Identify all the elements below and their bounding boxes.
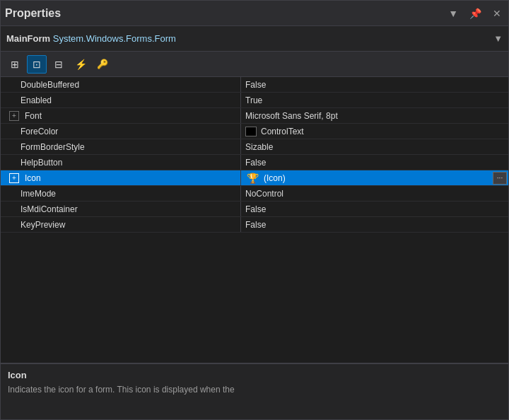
property-pages-button[interactable]: ⊟ — [49, 55, 69, 74]
object-dropdown-arrow[interactable]: ▼ — [493, 33, 503, 44]
properties-toolbar: ⊞ ⊡ ⊟ ⚡ 🔑 — [1, 52, 508, 77]
property-name-forecolor: ForeColor — [1, 124, 241, 139]
property-value-font: Microsoft Sans Serif, 8pt — [241, 108, 508, 123]
icon-preview: 🏆 — [245, 171, 259, 185]
table-row[interactable]: ImeMode NoControl — [1, 186, 508, 202]
list-icon: ⊡ — [33, 59, 41, 70]
pin-button[interactable]: 📌 — [467, 6, 484, 21]
table-row[interactable]: Enabled True — [1, 93, 508, 108]
property-name-imemode: ImeMode — [1, 186, 241, 201]
table-row[interactable]: + Icon 🏆 (Icon) ··· — [1, 170, 508, 186]
description-panel: Icon Indicates the icon for a form. This… — [1, 363, 508, 419]
table-row[interactable]: KeyPreview False — [1, 217, 508, 233]
properties-grid[interactable]: DoubleBuffered False Enabled True + Font… — [1, 77, 508, 363]
property-name-font: + Font — [1, 108, 241, 123]
events-button[interactable]: ⚡ — [71, 55, 90, 74]
window-title: Properties — [5, 7, 61, 20]
property-value-forecolor: ControlText — [241, 124, 508, 139]
property-name-enabled: Enabled — [1, 93, 241, 107]
lightning-icon: ⚡ — [75, 59, 87, 70]
close-button[interactable]: ✕ — [490, 6, 504, 21]
dropdown-button[interactable]: ▼ — [445, 6, 461, 21]
property-name-ismdicontainer: IsMdiContainer — [1, 202, 241, 216]
object-type: System.Windows.Forms.Form — [53, 33, 176, 44]
object-name: MainForm — [6, 33, 50, 44]
property-name-icon: + Icon — [1, 170, 241, 185]
color-swatch — [245, 127, 257, 136]
expand-icon[interactable]: + — [9, 111, 19, 121]
property-value-icon: 🏆 (Icon) ··· — [241, 170, 508, 185]
table-row[interactable]: FormBorderStyle Sizable — [1, 139, 508, 155]
table-row[interactable]: IsMdiContainer False — [1, 202, 508, 217]
description-title: Icon — [8, 370, 501, 380]
property-value-imemode: NoControl — [241, 186, 508, 201]
ellipsis-button[interactable]: ··· — [493, 172, 507, 185]
key-icon: 🔑 — [97, 59, 108, 69]
property-value-enabled: True — [241, 93, 508, 107]
property-value-helpbutton: False — [241, 155, 508, 170]
table-row[interactable]: DoubleBuffered False — [1, 77, 508, 93]
alphabetical-view-button[interactable]: ⊡ — [27, 55, 47, 74]
title-bar-controls: ▼ 📌 ✕ — [445, 6, 504, 21]
table-row[interactable]: ForeColor ControlText — [1, 124, 508, 139]
grid-icon: ⊞ — [11, 59, 19, 70]
property-value-doublebuffered: False — [241, 77, 508, 92]
key-button[interactable]: 🔑 — [93, 55, 112, 74]
table-row[interactable]: HelpButton False — [1, 155, 508, 170]
property-name-formborderstyle: FormBorderStyle — [1, 139, 241, 154]
property-value-formborderstyle: Sizable — [241, 139, 508, 154]
properties-window: Properties ▼ 📌 ✕ MainForm System.Windows… — [0, 0, 509, 420]
expand-icon[interactable]: + — [9, 173, 19, 183]
categorized-view-button[interactable]: ⊞ — [5, 55, 25, 74]
object-selector[interactable]: MainForm System.Windows.Forms.Form ▼ — [1, 26, 508, 52]
property-name-helpbutton: HelpButton — [1, 155, 241, 170]
description-text: Indicates the icon for a form. This icon… — [8, 383, 501, 396]
pages-icon: ⊟ — [54, 59, 63, 70]
property-name-doublebuffered: DoubleBuffered — [1, 77, 241, 92]
table-row[interactable]: + Font Microsoft Sans Serif, 8pt — [1, 108, 508, 124]
object-info: MainForm System.Windows.Forms.Form — [6, 33, 176, 44]
title-bar: Properties ▼ 📌 ✕ — [1, 1, 508, 26]
property-value-keypreview: False — [241, 217, 508, 232]
title-bar-left: Properties — [5, 7, 61, 20]
property-value-ismdicontainer: False — [241, 202, 508, 216]
property-name-keypreview: KeyPreview — [1, 217, 241, 232]
